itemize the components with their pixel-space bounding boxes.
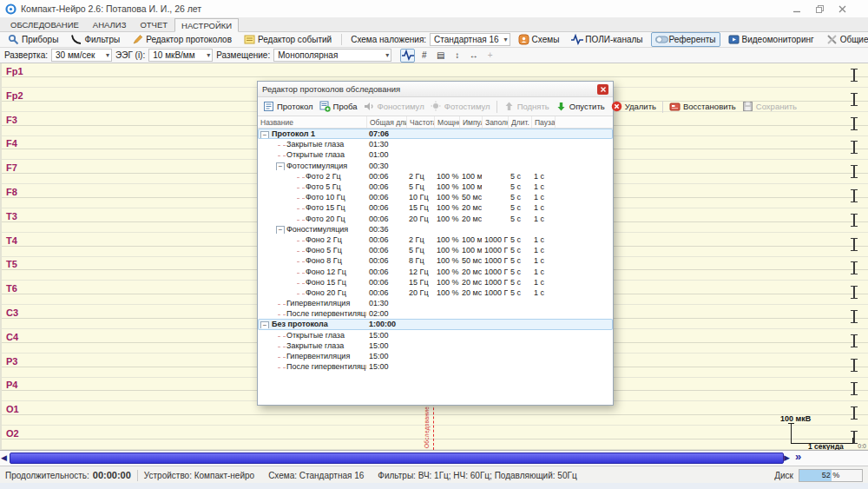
minimize-button[interactable] bbox=[792, 3, 802, 14]
devices-button[interactable]: Приборы bbox=[3, 32, 62, 47]
photo-icon bbox=[431, 101, 442, 112]
channel-label: F7 bbox=[6, 162, 17, 173]
vertical-scale-button[interactable]: ↕ bbox=[450, 49, 464, 63]
protocol-row[interactable]: Фото 5 Гц00:065 Гц100 %100 мс5 с1 с bbox=[258, 182, 613, 192]
collapse-icon[interactable]: − bbox=[260, 131, 269, 139]
close-button[interactable] bbox=[837, 3, 847, 14]
protocol-row[interactable]: Фоно 15 Гц00:0615 Гц100 %20 мс1000 Гц5 с… bbox=[258, 277, 613, 287]
protocol-row[interactable]: Фоно 12 Гц00:0612 Гц100 %20 мс1000 Гц5 с… bbox=[258, 266, 613, 276]
row-name-cell: Фоно 20 Гц bbox=[258, 288, 366, 297]
row-freq: 5 Гц bbox=[406, 182, 434, 191]
protocol-row[interactable]: После гипервентиляции02:00 bbox=[258, 308, 613, 319]
row-total: 00:06 bbox=[366, 278, 406, 287]
poly-channels-button[interactable]: ПОЛИ-каналы bbox=[567, 32, 647, 47]
protocol-button[interactable]: Протокол bbox=[260, 100, 316, 113]
row-total: 00:06 bbox=[366, 288, 406, 297]
move-down-button[interactable]: Опустить bbox=[553, 100, 608, 113]
general-settings-button[interactable]: Общие настройки bbox=[822, 32, 868, 47]
duration-label: Продолжительность: bbox=[5, 471, 89, 480]
dialog-close-button[interactable] bbox=[597, 84, 608, 95]
event-editor-button[interactable]: Редактор событий bbox=[240, 32, 336, 47]
gain-select[interactable]: 10 мкВ/мм▾ bbox=[148, 49, 213, 62]
schemes-button[interactable]: Схемы bbox=[514, 32, 564, 47]
protocol-row[interactable]: Фото 20 Гц00:0620 Гц100 %20 мс5 с1 с bbox=[258, 214, 613, 224]
settings-toolbar: Развертка: 30 мм/сек▾ ЭЭГ (i): 10 мкВ/мм… bbox=[0, 48, 868, 63]
schemes-button-label: Схемы bbox=[532, 35, 560, 44]
protocol-row[interactable]: Фото 15 Гц00:0615 Гц100 %20 мс5 с1 с bbox=[258, 202, 613, 213]
scrollbar-thumb[interactable] bbox=[10, 453, 784, 464]
sweep-label: Развертка: bbox=[4, 50, 48, 60]
restore-button[interactable]: Восстановить bbox=[667, 100, 739, 113]
protocol-row[interactable]: Фоно 20 Гц00:0620 Гц100 %20 мс1000 Гц5 с… bbox=[258, 287, 613, 298]
amplitude-bracket-icon bbox=[851, 117, 858, 130]
protocol-row[interactable]: −Протокол 107:06 bbox=[258, 129, 613, 139]
row-total: 00:30 bbox=[366, 162, 406, 170]
row-pause: 1 с bbox=[531, 256, 555, 265]
scroll-left-icon[interactable]: ◀ bbox=[1, 452, 7, 464]
protocol-row[interactable]: Фото 10 Гц00:0610 Гц100 %50 мс5 с1 с bbox=[258, 192, 613, 202]
protocol-button-label: Протокол bbox=[277, 102, 313, 111]
protocol-row[interactable]: Открытые глаза15:00 bbox=[258, 330, 613, 340]
montage-select[interactable]: Монополярная▾ bbox=[273, 49, 391, 62]
protocol-row[interactable]: −Фоностимуляция00:36 bbox=[258, 224, 613, 235]
referents-toggle[interactable]: Референты bbox=[651, 32, 720, 47]
sweep-select[interactable]: 30 мм/сек▾ bbox=[51, 49, 112, 62]
eeg-channel-o2: O2 bbox=[2, 426, 868, 450]
row-name: Фото 10 Гц bbox=[306, 193, 345, 202]
protocol-row[interactable]: −Без протокола1:00:00 bbox=[258, 319, 613, 329]
collapse-icon[interactable]: − bbox=[276, 162, 285, 170]
amplitude-bracket-icon bbox=[851, 334, 858, 347]
tab-analiz[interactable]: АНАЛИЗ bbox=[86, 17, 134, 31]
tab-otchet[interactable]: ОТЧЕТ bbox=[133, 17, 174, 31]
scroll-right-icon[interactable]: ▶ bbox=[784, 452, 790, 464]
row-total: 00:06 bbox=[366, 182, 406, 191]
horizontal-scale-button[interactable]: ↔ bbox=[466, 49, 481, 63]
tab-obsledovanie[interactable]: ОБСЛЕДОВАНИЕ bbox=[3, 17, 86, 31]
collapse-icon[interactable]: − bbox=[276, 226, 285, 234]
protocol-row[interactable]: Гипервентиляция15:00 bbox=[258, 351, 613, 361]
collapse-icon[interactable]: − bbox=[260, 321, 269, 329]
protocol-row[interactable]: Открытые глаза01:00 bbox=[258, 149, 613, 160]
row-name: Фото 2 Гц bbox=[306, 172, 341, 181]
disk-usage-value: 52 % bbox=[799, 470, 862, 481]
row-pause: 1 с bbox=[531, 268, 555, 276]
filter-icon bbox=[70, 34, 82, 45]
grid-view-button[interactable]: # bbox=[417, 49, 431, 63]
tree-branch-icon bbox=[297, 241, 305, 241]
montage-label: Размещение: bbox=[216, 50, 270, 60]
page-layout-button[interactable]: ▤ bbox=[433, 49, 448, 63]
row-power: 100 % bbox=[434, 288, 459, 297]
scheme-value: Стандартная 16 bbox=[299, 471, 365, 480]
protocol-row[interactable]: Закрытые глаза01:30 bbox=[258, 139, 613, 149]
fast-forward-icon[interactable]: » bbox=[795, 450, 801, 463]
horizontal-scrollbar[interactable]: ◀ ▶ » bbox=[0, 450, 868, 466]
tree-branch-icon bbox=[278, 367, 286, 368]
test-button[interactable]: Проба bbox=[317, 100, 360, 113]
protocol-editor-dialog: Редактор протоколов обследования Протоко… bbox=[257, 81, 614, 406]
protocol-row[interactable]: Фото 2 Гц00:062 Гц100 %100 мс5 с1 с bbox=[258, 171, 613, 182]
tree-branch-icon bbox=[297, 188, 305, 188]
amplitude-bracket-icon bbox=[851, 93, 858, 106]
delete-button[interactable]: Удалить bbox=[608, 100, 659, 113]
restore-button[interactable] bbox=[814, 3, 825, 14]
protocol-row[interactable]: −Фотостимуляция00:30 bbox=[258, 161, 613, 171]
tree-branch-icon bbox=[297, 177, 305, 178]
video-monitoring-button[interactable]: Видеомониторинг bbox=[724, 32, 819, 47]
cursor-button[interactable]: + bbox=[483, 49, 497, 63]
dialog-title: Редактор протоколов обследования bbox=[262, 84, 400, 94]
waveform-view-button[interactable] bbox=[400, 49, 415, 63]
protocol-row[interactable]: Гипервентиляция01:30 bbox=[258, 298, 613, 308]
protocol-row[interactable]: Закрытые глаза15:00 bbox=[258, 340, 613, 351]
toolbar-divider bbox=[341, 34, 342, 45]
protocol-row[interactable]: Фоно 5 Гц00:065 Гц100 %100 мс1000 Гц5 с1… bbox=[258, 245, 613, 255]
tree-branch-icon bbox=[297, 294, 305, 294]
row-pause: 1 с bbox=[531, 182, 555, 191]
filters-button[interactable]: Фильтры bbox=[66, 32, 124, 47]
row-freq: 2 Гц bbox=[406, 235, 434, 244]
protocol-editor-button[interactable]: Редактор протоколов bbox=[128, 32, 236, 47]
protocol-row[interactable]: Фоно 8 Гц00:068 Гц100 %50 мс1000 Гц5 с1 … bbox=[258, 255, 613, 266]
protocol-row[interactable]: Фоно 2 Гц00:062 Гц100 %100 мс1000 Гц5 с1… bbox=[258, 235, 613, 245]
overlay-scheme-select[interactable]: Стандартная 16▾ bbox=[430, 33, 510, 46]
tab-nastroyki[interactable]: НАСТРОЙКИ bbox=[174, 18, 239, 32]
protocol-row[interactable]: После гипервентиляции15:00 bbox=[258, 361, 613, 372]
